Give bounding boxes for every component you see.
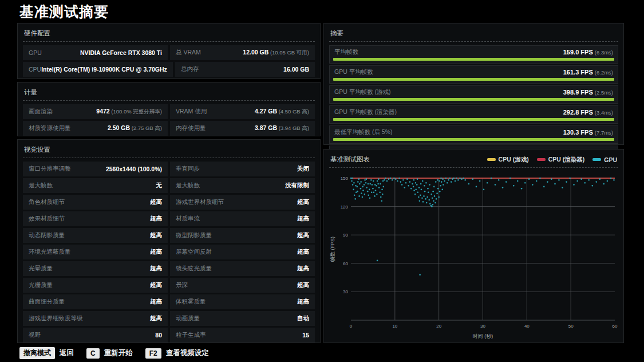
setting-label: 环境光遮蔽质量 bbox=[29, 248, 71, 256]
setting-value: 15 bbox=[302, 332, 309, 339]
setting-note: (3.94 GB 高) bbox=[277, 125, 309, 131]
hardware-config-panel: 硬件配置 GPUNVIDIA GeForce RTX 3080 Ti总 VRAM… bbox=[17, 23, 321, 79]
summary-row: GPU 平均帧数 (渲染器)292.8 FPS (3.4ms) bbox=[329, 105, 618, 124]
svg-text:120: 120 bbox=[341, 204, 349, 210]
setting-value: 无 bbox=[156, 182, 163, 190]
hotkey-label: 查看视频设定 bbox=[166, 348, 209, 358]
summary-value: 161.3 FPS (6.2ms) bbox=[563, 69, 613, 76]
setting-label: 材质资源使用量 bbox=[29, 124, 71, 132]
svg-text:30: 30 bbox=[480, 324, 485, 329]
summary-label: 最低平均帧数 (后 5%) bbox=[334, 128, 393, 136]
setting-row: 画面渲染9472 (100.0% 完整分辨率)VRAM 使用4.27 GB (4… bbox=[23, 104, 315, 119]
setting-cell: 效果材质细节超高 bbox=[23, 211, 168, 226]
y-axis-label: 帧数 (FPS) bbox=[330, 237, 335, 262]
benchmark-summary-screen: 基准测试摘要 硬件配置 GPUNVIDIA GeForce RTX 3080 T… bbox=[0, 0, 644, 362]
summary-note: (3.4ms) bbox=[595, 109, 613, 116]
setting-row: 曲面细分质量超高体积雾质量超高 bbox=[23, 294, 315, 309]
setting-label: 总内存 bbox=[181, 65, 199, 73]
setting-row: 环境光遮蔽质量超高屏幕空间反射超高 bbox=[23, 245, 315, 259]
setting-value: 超高 bbox=[297, 215, 309, 223]
svg-text:20: 20 bbox=[436, 324, 441, 329]
benchmark-chart-svg: 3060901201500102030405060时间 (秒)帧数 (FPS) bbox=[329, 171, 618, 343]
setting-value: 超高 bbox=[297, 248, 309, 256]
summary-panel: 摘要 平均帧数159.0 FPS (6.3ms)GPU 平均帧数161.3 FP… bbox=[323, 23, 624, 145]
setting-value: 3.87 GB (3.94 GB 高) bbox=[255, 124, 309, 132]
setting-value: 9472 (100.0% 完整分辨率) bbox=[96, 108, 162, 116]
setting-cell: 动态阴影质量超高 bbox=[23, 228, 168, 243]
setting-cell: 最大帧数无 bbox=[23, 178, 168, 193]
setting-label: 总 VRAM bbox=[176, 49, 201, 57]
setting-value: 超高 bbox=[150, 198, 162, 206]
setting-cell: 环境光遮蔽质量超高 bbox=[23, 245, 168, 259]
setting-value: 超高 bbox=[150, 314, 162, 322]
setting-label: 微型阴影质量 bbox=[176, 231, 212, 239]
setting-label: VRAM 使用 bbox=[176, 108, 207, 116]
summary-value: 130.3 FPS (7.7ms) bbox=[563, 129, 613, 136]
x-axis-label: 时间 (秒) bbox=[473, 333, 493, 339]
setting-label: GPU bbox=[29, 49, 42, 56]
summary-note: (6.3ms) bbox=[595, 49, 613, 56]
benchmark-chart-title: 基准测试图表 bbox=[330, 155, 370, 164]
footer-action-2[interactable]: F2查看视频设定 bbox=[145, 348, 209, 359]
setting-row: CPUIntel(R) Core(TM) i9-10900K CPU @ 3.7… bbox=[23, 62, 315, 77]
footer-action-1[interactable]: C重新开始 bbox=[86, 348, 133, 359]
setting-note: (4.50 GB 高) bbox=[277, 108, 309, 115]
setting-cell: 曲面细分质量超高 bbox=[23, 294, 168, 309]
setting-cell: 材质资源使用量2.50 GB (2.75 GB 高) bbox=[23, 121, 168, 136]
setting-label: 粒子生成率 bbox=[176, 331, 206, 339]
svg-text:40: 40 bbox=[524, 324, 530, 329]
summary-value: 159.0 FPS (6.3ms) bbox=[563, 49, 613, 56]
fps-bar bbox=[333, 58, 614, 61]
summary-label: GPU 平均帧数 (游戏) bbox=[334, 88, 391, 96]
setting-cell: 游戏世界材质细节超高 bbox=[170, 195, 315, 210]
legend-swatch-icon bbox=[487, 158, 496, 161]
setting-cell: GPUNVIDIA GeForce RTX 3080 Ti bbox=[23, 45, 168, 60]
setting-cell: 光晕质量超高 bbox=[23, 261, 168, 276]
setting-value: 自动 bbox=[297, 314, 309, 322]
summary-label: 平均帧数 bbox=[334, 48, 358, 56]
setting-value: 超高 bbox=[150, 265, 162, 273]
setting-value: 2560x1440 (100.0%) bbox=[106, 166, 162, 172]
setting-value: 超高 bbox=[297, 231, 309, 239]
summary-value: 292.8 FPS (3.4ms) bbox=[563, 109, 613, 116]
setting-row: 窗口分辨率调整2560x1440 (100.0%)垂直同步关闭 bbox=[23, 162, 315, 176]
legend-item: GPU bbox=[592, 156, 617, 163]
footer-hotkey-bar: 撤离模式返回C重新开始F2查看视频设定 bbox=[19, 347, 209, 359]
setting-value: 超高 bbox=[150, 281, 162, 289]
setting-label: 窗口分辨率调整 bbox=[29, 165, 71, 173]
keycap[interactable]: 撤离模式 bbox=[19, 347, 55, 359]
setting-label: CPU bbox=[29, 66, 41, 73]
setting-label: 镜头眩光质量 bbox=[176, 265, 212, 273]
svg-text:0: 0 bbox=[350, 324, 353, 329]
setting-value: 超高 bbox=[297, 198, 309, 206]
hardware-config-title: 硬件配置 bbox=[24, 29, 50, 38]
summary-row: 平均帧数159.0 FPS (6.3ms) bbox=[329, 45, 618, 64]
setting-value: 超高 bbox=[297, 281, 309, 289]
setting-value: 超高 bbox=[150, 215, 162, 223]
legend-label: CPU (游戏) bbox=[499, 156, 529, 164]
setting-label: 画面渲染 bbox=[29, 108, 53, 116]
setting-row: 动态阴影质量超高微型阴影质量超高 bbox=[23, 228, 315, 243]
summary-note: (6.2ms) bbox=[595, 69, 613, 76]
setting-value: 没有限制 bbox=[285, 182, 309, 190]
setting-label: 屏幕空间反射 bbox=[176, 248, 212, 256]
setting-label: 最大帧数 bbox=[29, 182, 53, 190]
setting-label: 景深 bbox=[176, 281, 188, 289]
hardware-config-rows: GPUNVIDIA GeForce RTX 3080 Ti总 VRAM12.00… bbox=[23, 45, 315, 77]
summary-row: 最低平均帧数 (后 5%)130.3 FPS (7.7ms) bbox=[329, 125, 618, 144]
footer-action-0[interactable]: 撤离模式返回 bbox=[19, 347, 74, 359]
setting-cell: 总 VRAM12.00 GB (10.05 GB 可用) bbox=[170, 45, 315, 60]
svg-text:60: 60 bbox=[343, 261, 348, 266]
keycap[interactable]: F2 bbox=[145, 348, 161, 359]
summary-value: 398.9 FPS (2.5ms) bbox=[563, 89, 613, 96]
setting-note: (2.75 GB 高) bbox=[130, 125, 162, 131]
setting-label: 角色材质细节 bbox=[29, 198, 65, 206]
setting-note: (100.0% 完整分辨率) bbox=[110, 108, 162, 115]
legend-item: CPU (游戏) bbox=[487, 156, 529, 164]
svg-text:50: 50 bbox=[568, 324, 574, 329]
legend-label: CPU (渲染器) bbox=[548, 156, 585, 164]
keycap[interactable]: C bbox=[86, 348, 100, 359]
summary-note: (2.5ms) bbox=[595, 89, 613, 96]
benchmark-chart: 3060901201500102030405060时间 (秒)帧数 (FPS) bbox=[329, 171, 618, 345]
setting-note: (10.05 GB 可用) bbox=[268, 49, 309, 56]
